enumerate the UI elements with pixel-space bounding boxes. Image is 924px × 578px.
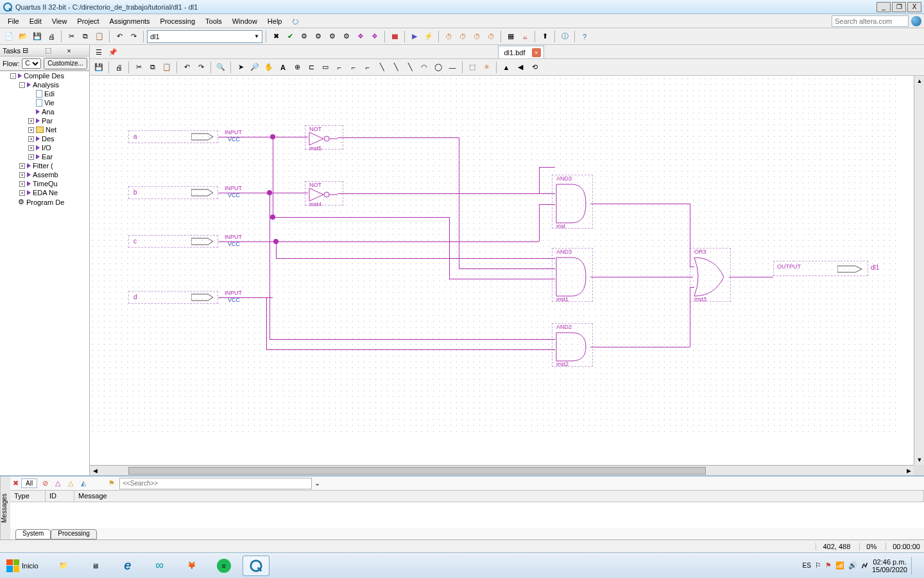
tree-item[interactable]: +EDA Ne: [8, 188, 89, 197]
firefox-icon[interactable]: 🦊: [178, 556, 205, 576]
feedback-icon[interactable]: ⭮: [287, 16, 304, 26]
ed-rotate2-icon[interactable]: ⟲: [528, 61, 541, 74]
menu-file[interactable]: File: [3, 16, 24, 26]
editor-tab[interactable]: dl1.bdf ×: [498, 46, 543, 58]
ed-diag-icon[interactable]: ╲: [375, 61, 388, 74]
gear4-icon[interactable]: ⚙: [340, 30, 353, 43]
info-icon[interactable]: ⓘ: [558, 30, 571, 43]
tree-twisty-icon[interactable]: +: [28, 136, 34, 142]
msg-tab-system[interactable]: System: [15, 529, 51, 539]
ed-paste-icon[interactable]: 📋: [160, 61, 173, 74]
ed-symbol-icon[interactable]: ⊕: [291, 61, 304, 74]
check-icon[interactable]: ✔: [284, 30, 296, 43]
tray-lang[interactable]: ES: [803, 562, 811, 569]
menu-assignments[interactable]: Assignments: [105, 16, 155, 26]
msg-error-icon[interactable]: ⊘: [40, 478, 50, 489]
save-icon[interactable]: 💾: [31, 30, 44, 43]
new-file-icon[interactable]: 📄: [3, 30, 15, 43]
timer3-icon[interactable]: ⏱: [470, 30, 483, 43]
tray-volume-icon[interactable]: 🔊: [848, 561, 857, 570]
ed-find-icon[interactable]: 🔍: [214, 61, 227, 74]
paste-icon[interactable]: 📋: [93, 30, 106, 43]
tree-item[interactable]: +I/O: [8, 143, 89, 152]
tray-network-icon[interactable]: 📶: [835, 561, 844, 570]
desktop-icon[interactable]: 🖥: [82, 556, 109, 576]
ed-cut-icon[interactable]: ✂: [132, 61, 145, 74]
tree-twisty-icon[interactable]: +: [28, 154, 34, 160]
menu-processing[interactable]: Processing: [155, 16, 200, 26]
quartus-task-icon[interactable]: [243, 556, 270, 576]
tray-clock[interactable]: 02:46 p.m. 15/09/2020: [872, 558, 907, 574]
ed-print-icon[interactable]: 🖨: [112, 61, 125, 74]
tree-twisty-icon[interactable]: +: [28, 127, 34, 133]
tree-item[interactable]: +Assemb: [8, 170, 89, 179]
ed-ortho3-icon[interactable]: ⌐: [361, 61, 374, 74]
ed-copy-icon[interactable]: ⧉: [146, 61, 159, 74]
ed-zoom-icon[interactable]: 🔎: [248, 61, 261, 74]
tab-pin-icon[interactable]: 📌: [107, 46, 119, 58]
tree-item[interactable]: ⚙Program De: [8, 197, 89, 207]
tree-item[interactable]: +Net: [8, 125, 89, 134]
msg-close-icon[interactable]: ✖: [13, 479, 19, 487]
globe-icon[interactable]: [911, 16, 921, 26]
compile-icon[interactable]: ⚡: [422, 30, 435, 43]
ed-flip-icon[interactable]: ▲: [500, 61, 513, 74]
msg-warning-icon[interactable]: △: [65, 478, 76, 489]
tray-show-desktop[interactable]: [911, 557, 920, 575]
hscroll-thumb[interactable]: [128, 467, 706, 475]
ed-rotate-icon[interactable]: ◀: [514, 61, 527, 74]
play-icon[interactable]: ▶: [408, 30, 421, 43]
tree-twisty-icon[interactable]: -: [19, 82, 25, 88]
spotify-icon[interactable]: ≡: [210, 556, 237, 576]
ed-partial-icon[interactable]: ✳: [480, 61, 493, 74]
project-combo[interactable]: dl1▼: [147, 30, 262, 43]
editor-tab-close-icon[interactable]: ×: [532, 48, 541, 57]
gear-icon[interactable]: ⚙: [298, 30, 311, 43]
tray-battery-icon[interactable]: 🗲: [861, 562, 868, 570]
msg-search-input[interactable]: [119, 478, 312, 489]
print-icon[interactable]: 🖨: [45, 30, 58, 43]
menu-window[interactable]: Window: [227, 16, 262, 26]
ed-diag2-icon[interactable]: ╲: [389, 61, 402, 74]
menu-tools[interactable]: Tools: [200, 16, 227, 26]
msg-flag-icon[interactable]: ⚑: [107, 478, 117, 489]
chip-icon[interactable]: ▦: [504, 30, 517, 43]
start-button[interactable]: Inicio: [4, 556, 45, 575]
tree-twisty-icon[interactable]: [28, 100, 34, 106]
vertical-scrollbar[interactable]: ▲ ▼: [914, 76, 924, 465]
scroll-right-icon[interactable]: ▶: [903, 466, 914, 476]
tree-item[interactable]: +Ear: [8, 152, 89, 161]
tree-item[interactable]: Edi: [8, 89, 89, 98]
ie-icon[interactable]: e: [114, 556, 141, 576]
tree-twisty-icon[interactable]: [28, 91, 34, 97]
scroll-left-icon[interactable]: ◀: [90, 466, 100, 476]
ed-rect-icon[interactable]: ▭: [319, 61, 332, 74]
msg-col-message[interactable]: Message: [74, 491, 924, 502]
msg-col-type[interactable]: Type: [10, 491, 46, 502]
ed-pin-icon[interactable]: ⊏: [305, 61, 318, 74]
explorer-icon[interactable]: 📁: [50, 556, 77, 576]
open-icon[interactable]: 📂: [17, 30, 30, 43]
waveform-icon[interactable]: ⏛: [518, 30, 531, 43]
msg-filter-all[interactable]: All: [21, 478, 37, 488]
timer4-icon[interactable]: ⏱: [484, 30, 497, 43]
tree-item[interactable]: -Analysis: [8, 80, 89, 89]
tree-twisty-icon[interactable]: +: [28, 118, 34, 124]
ed-hand-icon[interactable]: ✋: [262, 61, 275, 74]
tool-icon[interactable]: ❖: [354, 30, 367, 43]
msg-col-id[interactable]: ID: [46, 491, 74, 502]
tree-item[interactable]: Ana: [8, 107, 89, 116]
settings-icon[interactable]: ✖: [270, 30, 282, 43]
ed-arc-icon[interactable]: ◠: [418, 61, 431, 74]
tree-twisty-icon[interactable]: +: [28, 145, 34, 151]
gear3-icon[interactable]: ⚙: [326, 30, 339, 43]
tree-item[interactable]: +Des: [8, 134, 89, 143]
stop-icon[interactable]: ⯀: [388, 30, 401, 43]
horizontal-scrollbar[interactable]: ◀ ▶: [90, 465, 914, 475]
close-button[interactable]: X: [907, 2, 921, 12]
tray-action-icon[interactable]: ⚑: [825, 561, 832, 570]
tray-flag-icon[interactable]: ⚐: [815, 561, 821, 570]
msg-search-arrow-icon[interactable]: ⌄: [314, 479, 320, 487]
timer2-icon[interactable]: ⏱: [456, 30, 469, 43]
ed-ortho2-icon[interactable]: ⌐: [347, 61, 360, 74]
